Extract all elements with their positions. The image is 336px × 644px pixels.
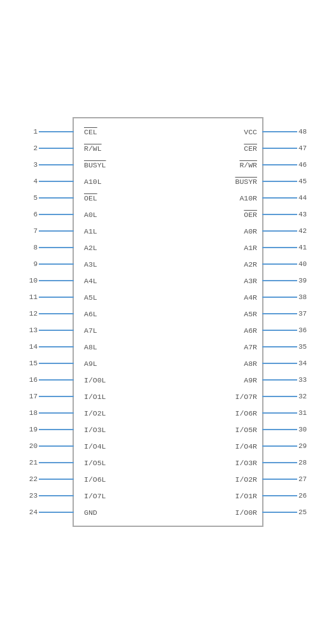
pin-number-right: 27: [298, 475, 310, 483]
pin-number-left: 1: [26, 128, 38, 136]
pin-number-right: 44: [298, 194, 310, 202]
pin-line-left: [39, 346, 74, 347]
pin-number-left: 21: [26, 459, 38, 466]
pin-label-left: I/O6L: [79, 475, 106, 484]
pin-line-left: [39, 462, 74, 463]
pin-line-right: [262, 495, 297, 496]
pin-row: 6A0LOER43: [74, 206, 262, 223]
pin-label-right: CER: [244, 144, 262, 153]
pin-label-right: A9R: [244, 376, 262, 384]
pin-label-left: I/O4L: [79, 442, 106, 451]
pin-line-right: [262, 429, 297, 430]
pin-label-left: I/O0L: [79, 376, 106, 384]
pin-number-right: 47: [298, 144, 310, 152]
pin-label-left: I/O7L: [79, 492, 106, 500]
pin-number-right: 34: [298, 360, 310, 367]
pin-line-left: [39, 247, 74, 248]
pin-label-left: A0L: [79, 211, 97, 219]
pin-number-left: 20: [26, 442, 38, 450]
pin-line-right: [262, 412, 297, 414]
pin-number-right: 41: [298, 244, 310, 251]
pin-number-right: 32: [298, 393, 310, 400]
pin-line-left: [39, 445, 74, 447]
pin-line-left: [39, 396, 74, 397]
pin-line-right: [262, 197, 297, 199]
pin-line-right: [262, 280, 297, 281]
pin-row: 5OELA10R44: [74, 190, 262, 206]
pin-line-left: [39, 280, 74, 281]
pin-line-right: [262, 247, 297, 248]
pin-label-left: A4L: [79, 277, 97, 285]
pin-number-left: 18: [26, 409, 38, 417]
pin-number-right: 42: [298, 227, 310, 235]
pin-line-right: [262, 214, 297, 215]
pin-label-right: A10R: [239, 194, 262, 202]
pin-number-left: 19: [26, 426, 38, 433]
pin-number-right: 37: [298, 310, 310, 318]
pin-row: 12A6LA5R37: [74, 305, 262, 322]
pin-label-right: R/WR: [239, 161, 262, 169]
pin-row: 22I/O6LI/O2R27: [74, 471, 262, 487]
pin-label-right: I/O6R: [235, 409, 262, 417]
pin-label-right: I/O7R: [235, 393, 262, 401]
pin-line-right: [262, 330, 297, 331]
pin-number-right: 33: [298, 376, 310, 384]
pin-number-left: 9: [26, 260, 38, 268]
pin-label-left: A1L: [79, 227, 97, 235]
pin-line-right: [262, 379, 297, 381]
pin-number-left: 5: [26, 194, 38, 202]
pin-label-left: A2L: [79, 244, 97, 252]
pin-number-right: 43: [298, 211, 310, 218]
pin-line-left: [39, 512, 74, 513]
pin-line-left: [39, 379, 74, 381]
pin-label-left: CEL: [79, 128, 97, 136]
pin-number-right: 46: [298, 161, 310, 169]
pin-label-right: A5R: [244, 310, 262, 318]
pin-number-left: 13: [26, 326, 38, 334]
pin-number-left: 4: [26, 178, 38, 185]
chip-wrapper: 1CELVCC482R/WLCER473BUSYLR/WR464A10LBUSY…: [34, 117, 302, 527]
pin-row: 2R/WLCER47: [74, 140, 262, 157]
pin-label-left: A10L: [79, 178, 102, 186]
pin-label-left: A3L: [79, 260, 97, 269]
pin-row: 23I/O7LI/O1R26: [74, 487, 262, 504]
pin-number-right: 45: [298, 178, 310, 185]
pin-row: 3BUSYLR/WR46: [74, 157, 262, 173]
pin-label-left: A7L: [79, 326, 97, 335]
pin-line-right: [262, 479, 297, 480]
pin-number-right: 29: [298, 442, 310, 450]
pin-label-left: I/O1L: [79, 393, 106, 401]
pin-line-left: [39, 164, 74, 165]
pin-label-right: A1R: [244, 244, 262, 252]
pin-number-left: 6: [26, 211, 38, 218]
pin-number-left: 12: [26, 310, 38, 318]
pin-row: 9A3LA2R40: [74, 256, 262, 272]
pin-line-left: [39, 230, 74, 232]
pin-label-right: I/O3R: [235, 459, 262, 467]
pin-number-right: 25: [298, 508, 310, 516]
pin-number-left: 8: [26, 244, 38, 251]
pin-line-right: [262, 462, 297, 463]
pin-row: 1CELVCC48: [74, 123, 262, 140]
pin-line-left: [39, 479, 74, 480]
pin-row: 10A4LA3R39: [74, 272, 262, 289]
pin-label-left: A5L: [79, 293, 97, 302]
pin-number-left: 14: [26, 343, 38, 351]
pin-label-right: OER: [244, 211, 262, 219]
pin-line-right: [262, 131, 297, 132]
pin-label-right: BUSYR: [235, 178, 262, 186]
pin-line-left: [39, 214, 74, 215]
pin-label-left: A8L: [79, 343, 97, 351]
pin-number-right: 48: [298, 128, 310, 136]
pin-line-right: [262, 297, 297, 298]
pin-line-right: [262, 164, 297, 165]
pin-number-left: 22: [26, 475, 38, 483]
pin-row: 19I/O3LI/O5R30: [74, 421, 262, 438]
pin-row: 20I/O4LI/O4R29: [74, 438, 262, 454]
pin-line-left: [39, 263, 74, 265]
pin-line-right: [262, 346, 297, 347]
pin-number-left: 3: [26, 161, 38, 169]
pin-line-left: [39, 131, 74, 132]
pin-label-right: I/O1R: [235, 492, 262, 500]
pin-label-right: VCC: [244, 128, 262, 136]
